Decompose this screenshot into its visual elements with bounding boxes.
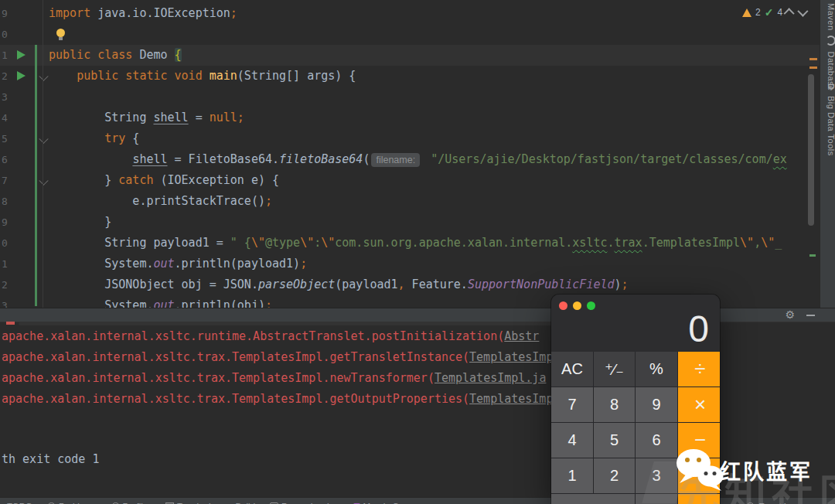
code-line[interactable]: shell = FiletoBase64.filetoBase64(filena… xyxy=(0,149,820,170)
code-token: java.io.IOException xyxy=(97,6,230,20)
run-button-icon[interactable] xyxy=(17,71,26,80)
warning-count: 2 xyxy=(755,7,761,18)
close-traffic-light[interactable] xyxy=(559,301,567,310)
big-data-tools-tab-label: Big Data Tools xyxy=(826,96,835,156)
stack-trace-link[interactable]: TemplatesImp xyxy=(469,350,553,364)
right-tool-strip: Maven Database D Big Data Tools xyxy=(820,0,835,308)
code-line[interactable]: } xyxy=(0,212,820,233)
code-token: try xyxy=(104,131,125,145)
calculator-value: 0 xyxy=(688,308,709,350)
code-line[interactable]: String shell = null; xyxy=(0,107,820,128)
calc-button-⁺⁄₋[interactable]: ⁺⁄₋ xyxy=(594,352,635,387)
code-token: parseObject xyxy=(258,278,335,291)
gutter-row: 7 xyxy=(0,170,48,191)
calc-button-5[interactable]: 5 xyxy=(594,423,635,458)
code-token xyxy=(49,131,104,145)
tab-big-data-tools[interactable]: D Big Data Tools xyxy=(820,82,835,156)
line-number: 3 xyxy=(2,295,11,308)
gear-icon[interactable]: ⚙ xyxy=(785,308,795,322)
code-token xyxy=(49,69,77,83)
calc-button-8[interactable]: 8 xyxy=(594,387,635,422)
code-token: shell xyxy=(153,111,188,124)
line-number: 5 xyxy=(2,128,11,149)
calc-button-9[interactable]: 9 xyxy=(636,387,677,422)
code-line[interactable]: System.out.println(payload1); xyxy=(0,254,820,274)
calc-button-3[interactable]: 3 xyxy=(636,458,677,493)
event-log-button[interactable]: Event Log xyxy=(746,498,799,504)
console-scrollbar[interactable] xyxy=(19,322,583,325)
ok-stripe-mark xyxy=(809,254,816,257)
code-line[interactable]: String payload1 = " {\"@type\":\"com.sun… xyxy=(0,233,820,254)
intention-bulb-icon[interactable] xyxy=(56,29,65,37)
calculator-display: 0 xyxy=(551,295,720,352)
calc-button-4[interactable]: 4 xyxy=(551,423,593,458)
code-line[interactable]: public class Demo { xyxy=(0,45,820,66)
line-number: 9 xyxy=(2,212,11,233)
gutter-row: 8 xyxy=(0,191,48,212)
code-token: } xyxy=(49,173,118,187)
gutter-row: 5 xyxy=(0,128,48,149)
fold-marker-icon[interactable] xyxy=(39,134,49,144)
run-button-icon[interactable] xyxy=(17,50,26,60)
minimize-icon[interactable] xyxy=(806,315,815,316)
calc-button-÷[interactable]: ÷ xyxy=(678,352,720,387)
stack-trace-link[interactable]: TemplatesImpl.ja xyxy=(435,371,547,385)
code-line[interactable]: } catch (IOException e) { xyxy=(0,170,820,191)
calc-button-2[interactable]: 2 xyxy=(594,458,635,493)
code-token: \" xyxy=(300,236,314,250)
code-line[interactable]: import java.io.IOException; xyxy=(0,3,820,24)
code-token: = FiletoBase64. xyxy=(168,152,280,166)
calc-button-×[interactable]: × xyxy=(678,387,720,422)
calc-button-1[interactable]: 1 xyxy=(551,458,593,493)
calc-button-AC[interactable]: AC xyxy=(551,352,593,387)
fold-marker-icon[interactable] xyxy=(39,71,49,81)
calc-button-+[interactable]: + xyxy=(678,458,720,493)
code-token: filetoBase64 xyxy=(279,152,363,166)
code-token: JSONObject obj = JSON. xyxy=(49,278,258,291)
code-line[interactable] xyxy=(0,87,820,107)
code-token: @type xyxy=(265,236,300,250)
calc-button-%[interactable]: % xyxy=(636,352,677,387)
code-line[interactable]: JSONObject obj = JSON.parseObject(payloa… xyxy=(0,274,820,295)
code-lines[interactable]: import java.io.IOException;public class … xyxy=(0,3,820,308)
calc-button-=[interactable]: = xyxy=(678,494,720,504)
fold-marker-icon[interactable] xyxy=(39,175,49,186)
calc-button-.[interactable]: . xyxy=(636,494,677,504)
calc-button-−[interactable]: − xyxy=(678,423,720,458)
minimize-traffic-light[interactable] xyxy=(573,301,581,310)
code-token: (payload1 xyxy=(335,278,397,291)
big-data-tools-icon: D xyxy=(826,83,835,90)
calc-button-6[interactable]: 6 xyxy=(636,423,677,458)
code-line[interactable] xyxy=(0,24,820,45)
code-editor[interactable]: import java.io.IOException;public class … xyxy=(0,0,820,308)
code-token: System. xyxy=(49,257,153,271)
warning-stripe-mark[interactable] xyxy=(809,66,817,69)
gutter-row: 1 xyxy=(0,254,48,274)
line-number: 2 xyxy=(2,66,11,87)
tab-maven[interactable]: Maven xyxy=(820,3,835,31)
database-icon xyxy=(826,36,835,46)
code-token: String xyxy=(49,111,153,124)
gutter-row: 2 xyxy=(0,66,48,87)
gutter-row: 3 xyxy=(0,295,48,308)
stack-trace-link[interactable]: TemplatesImp xyxy=(469,392,553,406)
process-exit-text: th exit code 1 xyxy=(2,449,99,470)
line-number: 2 xyxy=(2,274,11,295)
code-line[interactable]: e.printStackTrace(); xyxy=(0,191,820,212)
editor-scrollbar[interactable] xyxy=(808,74,814,226)
typo-count: 4 xyxy=(777,7,782,18)
code-line[interactable]: public static void main(String[] args) { xyxy=(0,66,820,87)
zoom-traffic-light[interactable] xyxy=(587,301,595,310)
stack-trace-text: apache.xalan.internal.xsltc.runtime.Abst… xyxy=(2,329,504,343)
code-line[interactable]: try { xyxy=(0,128,820,149)
inspections-widget: 2 ✓ 4 xyxy=(742,5,806,20)
line-number: 8 xyxy=(2,191,11,212)
calculator-window[interactable]: 0 AC⁺⁄₋%÷789×456−123+0.= xyxy=(551,295,720,504)
code-token: ; xyxy=(237,111,244,124)
code-token: System. xyxy=(49,298,153,308)
calc-button-0[interactable]: 0 xyxy=(551,494,635,504)
prev-issue-chevron-icon[interactable] xyxy=(784,8,795,19)
calc-button-7[interactable]: 7 xyxy=(551,387,593,422)
code-token: xsltc xyxy=(572,236,607,250)
warning-stripe-mark[interactable] xyxy=(809,58,817,60)
